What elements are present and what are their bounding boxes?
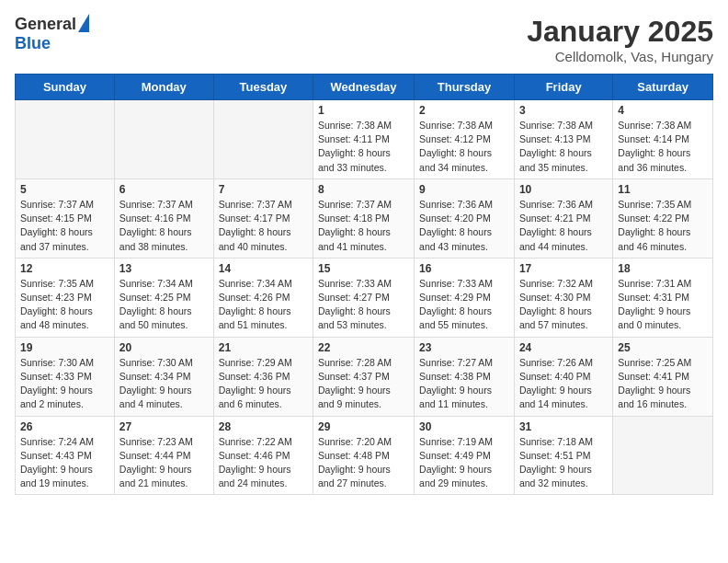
calendar-cell: 19Sunrise: 7:30 AM Sunset: 4:33 PM Dayli… xyxy=(16,337,115,416)
day-number: 26 xyxy=(20,420,109,433)
day-number: 17 xyxy=(519,262,608,275)
day-number: 5 xyxy=(20,183,109,196)
calendar-header-row: SundayMondayTuesdayWednesdayThursdayFrid… xyxy=(16,75,713,100)
day-number: 18 xyxy=(618,262,708,275)
day-of-week-header: Sunday xyxy=(16,75,115,100)
day-number: 25 xyxy=(618,341,708,354)
day-number: 27 xyxy=(119,420,209,433)
day-number: 23 xyxy=(419,341,509,354)
day-info: Sunrise: 7:30 AM Sunset: 4:34 PM Dayligh… xyxy=(119,356,209,412)
page-header: General Blue January 2025 Celldomolk, Va… xyxy=(15,15,713,64)
day-number: 20 xyxy=(119,341,209,354)
calendar-cell: 7Sunrise: 7:37 AM Sunset: 4:17 PM Daylig… xyxy=(213,178,313,258)
calendar-cell: 23Sunrise: 7:27 AM Sunset: 4:38 PM Dayli… xyxy=(415,337,515,416)
day-of-week-header: Saturday xyxy=(613,75,713,100)
day-number: 16 xyxy=(419,262,509,275)
day-number: 24 xyxy=(519,341,608,354)
day-number: 3 xyxy=(519,104,608,117)
day-number: 6 xyxy=(119,183,209,196)
day-info: Sunrise: 7:23 AM Sunset: 4:44 PM Dayligh… xyxy=(119,435,209,491)
calendar-cell xyxy=(114,100,213,179)
day-info: Sunrise: 7:36 AM Sunset: 4:21 PM Dayligh… xyxy=(519,198,608,254)
calendar-cell: 28Sunrise: 7:22 AM Sunset: 4:46 PM Dayli… xyxy=(213,416,313,495)
day-info: Sunrise: 7:22 AM Sunset: 4:46 PM Dayligh… xyxy=(219,435,308,491)
day-info: Sunrise: 7:35 AM Sunset: 4:22 PM Dayligh… xyxy=(618,198,708,254)
calendar-cell: 14Sunrise: 7:34 AM Sunset: 4:26 PM Dayli… xyxy=(213,258,313,337)
day-number: 2 xyxy=(419,104,509,117)
calendar-cell: 8Sunrise: 7:37 AM Sunset: 4:18 PM Daylig… xyxy=(313,178,415,258)
day-of-week-header: Wednesday xyxy=(313,75,415,100)
day-info: Sunrise: 7:37 AM Sunset: 4:15 PM Dayligh… xyxy=(20,198,109,254)
day-number: 12 xyxy=(20,262,109,275)
day-number: 13 xyxy=(119,262,209,275)
calendar-cell: 18Sunrise: 7:31 AM Sunset: 4:31 PM Dayli… xyxy=(613,258,713,337)
day-number: 29 xyxy=(318,420,409,433)
day-info: Sunrise: 7:28 AM Sunset: 4:37 PM Dayligh… xyxy=(318,356,409,412)
day-of-week-header: Monday xyxy=(114,75,213,100)
day-info: Sunrise: 7:37 AM Sunset: 4:17 PM Dayligh… xyxy=(219,198,308,254)
day-info: Sunrise: 7:30 AM Sunset: 4:33 PM Dayligh… xyxy=(20,356,109,412)
calendar-title: January 2025 xyxy=(527,15,713,49)
calendar-cell: 20Sunrise: 7:30 AM Sunset: 4:34 PM Dayli… xyxy=(114,337,213,416)
logo-blue-text: Blue xyxy=(15,34,51,53)
day-of-week-header: Tuesday xyxy=(213,75,313,100)
day-number: 15 xyxy=(318,262,409,275)
calendar-cell: 3Sunrise: 7:38 AM Sunset: 4:13 PM Daylig… xyxy=(514,100,612,179)
calendar-cell: 27Sunrise: 7:23 AM Sunset: 4:44 PM Dayli… xyxy=(114,416,213,495)
calendar-cell: 16Sunrise: 7:33 AM Sunset: 4:29 PM Dayli… xyxy=(415,258,515,337)
calendar-cell: 26Sunrise: 7:24 AM Sunset: 4:43 PM Dayli… xyxy=(16,416,115,495)
calendar-week-row: 12Sunrise: 7:35 AM Sunset: 4:23 PM Dayli… xyxy=(16,258,713,337)
day-number: 21 xyxy=(219,341,308,354)
calendar-week-row: 26Sunrise: 7:24 AM Sunset: 4:43 PM Dayli… xyxy=(16,416,713,495)
day-number: 4 xyxy=(618,104,708,117)
day-number: 28 xyxy=(219,420,308,433)
day-number: 7 xyxy=(219,183,308,196)
calendar-subtitle: Celldomolk, Vas, Hungary xyxy=(527,49,713,64)
day-info: Sunrise: 7:34 AM Sunset: 4:25 PM Dayligh… xyxy=(119,277,209,333)
day-info: Sunrise: 7:25 AM Sunset: 4:41 PM Dayligh… xyxy=(618,356,708,412)
day-info: Sunrise: 7:35 AM Sunset: 4:23 PM Dayligh… xyxy=(20,277,109,333)
calendar-cell: 21Sunrise: 7:29 AM Sunset: 4:36 PM Dayli… xyxy=(213,337,313,416)
calendar-cell: 29Sunrise: 7:20 AM Sunset: 4:48 PM Dayli… xyxy=(313,416,415,495)
calendar-cell: 31Sunrise: 7:18 AM Sunset: 4:51 PM Dayli… xyxy=(514,416,612,495)
day-info: Sunrise: 7:24 AM Sunset: 4:43 PM Dayligh… xyxy=(20,435,109,491)
calendar-cell: 25Sunrise: 7:25 AM Sunset: 4:41 PM Dayli… xyxy=(613,337,713,416)
day-info: Sunrise: 7:37 AM Sunset: 4:18 PM Dayligh… xyxy=(318,198,409,254)
day-info: Sunrise: 7:31 AM Sunset: 4:31 PM Dayligh… xyxy=(618,277,708,333)
calendar-cell: 12Sunrise: 7:35 AM Sunset: 4:23 PM Dayli… xyxy=(16,258,115,337)
day-info: Sunrise: 7:32 AM Sunset: 4:30 PM Dayligh… xyxy=(519,277,608,333)
calendar-cell xyxy=(16,100,115,179)
calendar-cell: 1Sunrise: 7:38 AM Sunset: 4:11 PM Daylig… xyxy=(313,100,415,179)
day-number: 22 xyxy=(318,341,409,354)
calendar-cell: 5Sunrise: 7:37 AM Sunset: 4:15 PM Daylig… xyxy=(16,178,115,258)
day-number: 11 xyxy=(618,183,708,196)
calendar-cell: 30Sunrise: 7:19 AM Sunset: 4:49 PM Dayli… xyxy=(415,416,515,495)
day-of-week-header: Friday xyxy=(514,75,612,100)
day-info: Sunrise: 7:27 AM Sunset: 4:38 PM Dayligh… xyxy=(419,356,509,412)
day-info: Sunrise: 7:19 AM Sunset: 4:49 PM Dayligh… xyxy=(419,435,509,491)
day-number: 14 xyxy=(219,262,308,275)
title-block: January 2025 Celldomolk, Vas, Hungary xyxy=(527,15,713,64)
day-info: Sunrise: 7:33 AM Sunset: 4:29 PM Dayligh… xyxy=(419,277,509,333)
day-number: 31 xyxy=(519,420,608,433)
calendar-cell: 9Sunrise: 7:36 AM Sunset: 4:20 PM Daylig… xyxy=(415,178,515,258)
calendar-cell: 6Sunrise: 7:37 AM Sunset: 4:16 PM Daylig… xyxy=(114,178,213,258)
day-info: Sunrise: 7:38 AM Sunset: 4:11 PM Dayligh… xyxy=(318,119,409,175)
day-info: Sunrise: 7:33 AM Sunset: 4:27 PM Dayligh… xyxy=(318,277,409,333)
day-number: 30 xyxy=(419,420,509,433)
calendar-cell: 4Sunrise: 7:38 AM Sunset: 4:14 PM Daylig… xyxy=(613,100,713,179)
calendar-cell: 17Sunrise: 7:32 AM Sunset: 4:30 PM Dayli… xyxy=(514,258,612,337)
logo: General Blue xyxy=(15,15,89,53)
calendar-cell: 15Sunrise: 7:33 AM Sunset: 4:27 PM Dayli… xyxy=(313,258,415,337)
calendar-cell: 22Sunrise: 7:28 AM Sunset: 4:37 PM Dayli… xyxy=(313,337,415,416)
calendar-cell xyxy=(213,100,313,179)
calendar-week-row: 5Sunrise: 7:37 AM Sunset: 4:15 PM Daylig… xyxy=(16,178,713,258)
day-info: Sunrise: 7:20 AM Sunset: 4:48 PM Dayligh… xyxy=(318,435,409,491)
day-info: Sunrise: 7:34 AM Sunset: 4:26 PM Dayligh… xyxy=(219,277,308,333)
logo-triangle-icon xyxy=(78,14,89,32)
calendar-week-row: 19Sunrise: 7:30 AM Sunset: 4:33 PM Dayli… xyxy=(16,337,713,416)
day-info: Sunrise: 7:18 AM Sunset: 4:51 PM Dayligh… xyxy=(519,435,608,491)
calendar-cell: 11Sunrise: 7:35 AM Sunset: 4:22 PM Dayli… xyxy=(613,178,713,258)
calendar-cell: 10Sunrise: 7:36 AM Sunset: 4:21 PM Dayli… xyxy=(514,178,612,258)
day-number: 10 xyxy=(519,183,608,196)
